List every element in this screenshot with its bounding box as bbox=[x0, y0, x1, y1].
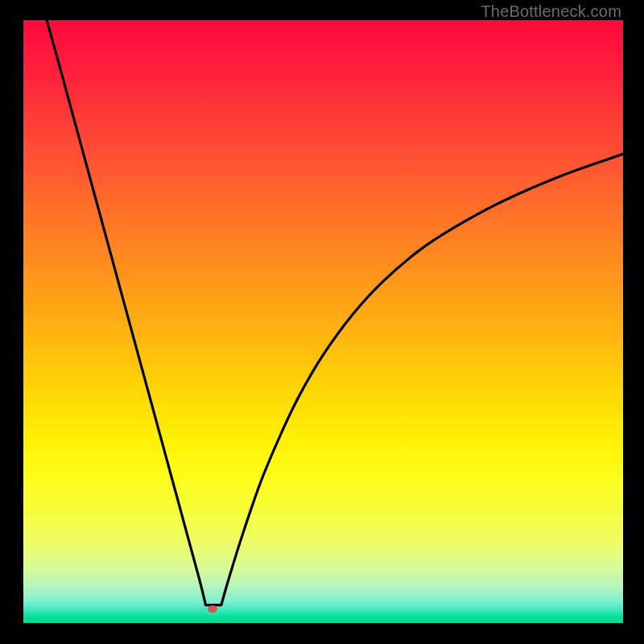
optimal-point-marker bbox=[208, 605, 217, 613]
chart-frame: TheBottleneck.com bbox=[0, 0, 644, 644]
watermark-text: TheBottleneck.com bbox=[481, 2, 621, 21]
curve-path bbox=[47, 20, 623, 605]
bottleneck-curve bbox=[23, 20, 623, 623]
